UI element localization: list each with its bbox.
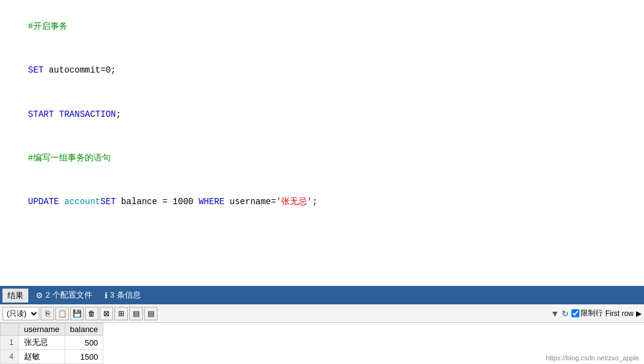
tab-results[interactable]: 结果 — [2, 288, 28, 303]
col-rownum — [1, 323, 19, 336]
filter-icon: ▼ — [551, 309, 559, 318]
text-button[interactable]: ▤ — [144, 307, 157, 320]
str-zhangwuji: '张无忌' — [276, 197, 312, 207]
row-username: 赵敏 — [19, 350, 65, 364]
tab-config-label: 2 个配置文件 — [46, 290, 92, 301]
code-line-5: UPDATE accountSET balance = 1000 WHERE u… — [7, 181, 637, 224]
semi-5: ; — [312, 197, 317, 207]
delete-button[interactable]: 🗑 — [85, 307, 98, 320]
copy-button[interactable]: ⎘ — [41, 307, 54, 320]
info-icon: ℹ — [105, 291, 108, 300]
tab-bar: 结果 ⚙ 2 个配置文件 ℹ 3 条信息 — [0, 286, 644, 304]
first-row-label: First row — [605, 309, 634, 318]
watermark: https://blog.csdn.net/zxo_apple — [546, 354, 639, 362]
tab-info-label: 3 条信息 — [110, 290, 141, 301]
config-icon: ⚙ — [36, 291, 43, 300]
code-line-2: SET autocommit=0; — [7, 49, 637, 92]
limit-row-label: 限制行 — [571, 308, 603, 318]
kw-set: SET — [28, 65, 49, 75]
bottom-panel: 结果 ⚙ 2 个配置文件 ℹ 3 条信息 (只读) ⎘ 📋 💾 🗑 ⊠ ⊞ ▤ … — [0, 286, 644, 364]
col-username-header: username — [19, 323, 65, 336]
save-button[interactable]: 💾 — [70, 307, 84, 320]
kw-update-1: UPDATE — [28, 197, 65, 207]
row-num: 1 — [1, 336, 19, 350]
row-balance: 1500 — [65, 350, 103, 364]
row-num: 4 — [1, 350, 19, 364]
limit-row-text: 限制行 — [581, 308, 603, 318]
table-body: 1张无忌5004赵敏1500 — [1, 336, 103, 364]
code-line-3: START TRANSACTION; — [7, 93, 637, 136]
export-button[interactable]: ⊠ — [100, 307, 113, 320]
tab-info[interactable]: ℹ 3 条信息 — [100, 288, 146, 302]
col-balance-header: balance — [65, 323, 103, 336]
tab-results-label: 结果 — [7, 290, 23, 301]
tbl-account-1: account — [64, 197, 100, 207]
code-line-6: UPDATE accountSET balance = 1000 WHERE u… — [7, 224, 637, 240]
kw-start: START — [28, 109, 59, 119]
table-button[interactable]: ▤ — [129, 307, 143, 320]
kw-transaction: TRANSACTION — [59, 109, 116, 119]
readonly-select[interactable]: (只读) — [2, 307, 39, 320]
comment-1: #开启事务 — [28, 22, 68, 31]
table-row: 4赵敏1500 — [1, 350, 103, 364]
comment-2: #编写一组事务的语句 — [28, 153, 111, 163]
grid-button[interactable]: ⊞ — [114, 307, 128, 320]
toolbar-row: (只读) ⎘ 📋 💾 🗑 ⊠ ⊞ ▤ ▤ ▼ ↻ 限制行 First row ▶ — [0, 304, 644, 323]
table-header-row: username balance — [1, 323, 103, 336]
toolbar-right: ▼ ↻ 限制行 First row ▶ — [551, 308, 642, 318]
refresh-icon[interactable]: ↻ — [562, 309, 569, 318]
code-line-4: #编写一组事务的语句 — [7, 136, 637, 180]
line5-rest: SET balance = 1000 WHERE username= — [100, 197, 276, 207]
row-balance: 500 — [65, 336, 103, 350]
table-row: 1张无忌500 — [1, 336, 103, 350]
nav-arrow-right[interactable]: ▶ — [636, 309, 642, 318]
tab-config[interactable]: ⚙ 2 个配置文件 — [31, 288, 97, 302]
autocommit: autocommit=0; — [49, 65, 116, 75]
code-editor: #开启事务 SET autocommit=0; START TRANSACTIO… — [0, 0, 644, 240]
row-username: 张无忌 — [19, 336, 65, 350]
paste-button[interactable]: 📋 — [55, 307, 69, 320]
result-table: username balance 1张无忌5004赵敏1500 — [0, 323, 103, 364]
semi-3: ; — [116, 109, 121, 119]
code-line-1: #开启事务 — [7, 5, 637, 49]
limit-row-checkbox[interactable] — [571, 309, 579, 317]
